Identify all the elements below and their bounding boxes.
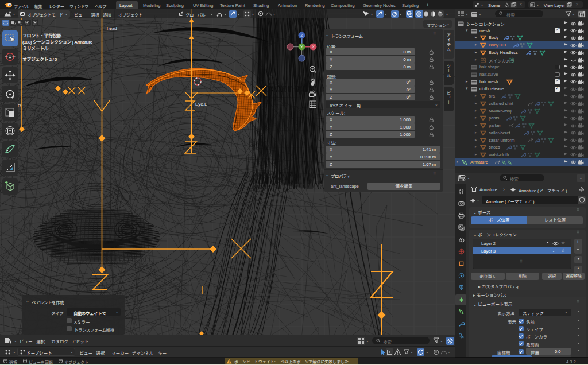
- svg-text:Y: Y: [300, 44, 303, 49]
- svg-text:Z: Z: [300, 33, 303, 38]
- svg-text:X: X: [312, 44, 315, 49]
